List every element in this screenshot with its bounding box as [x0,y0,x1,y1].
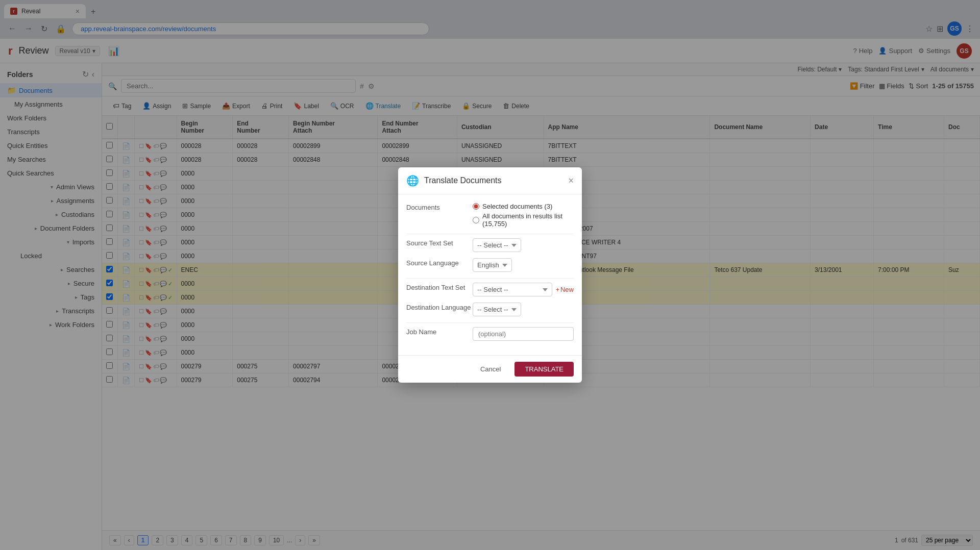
job-name-control [473,327,574,341]
selected-docs-option[interactable]: Selected documents (3) [473,203,574,210]
documents-label: Documents [406,203,473,211]
modal-footer: Cancel TRANSLATE [398,355,582,383]
job-name-row: Job Name [406,327,574,341]
cancel-button[interactable]: Cancel [472,362,509,377]
source-text-set-label: Source Text Set [406,238,473,247]
modal-close-btn[interactable]: × [568,176,574,186]
destination-text-set-control: -- Select -- + New [473,283,574,296]
source-language-label: Source Language [406,258,473,267]
all-docs-radio[interactable] [473,217,479,223]
documents-control: Selected documents (3) All documents in … [473,203,574,228]
destination-language-select[interactable]: -- Select -- [473,303,521,316]
selected-docs-radio[interactable] [473,203,479,210]
plus-icon: + [555,286,559,293]
job-name-input[interactable] [473,327,574,341]
destination-text-set-wrap: -- Select -- + New [473,283,574,296]
source-text-set-row: Source Text Set -- Select -- [406,238,574,252]
source-language-row: Source Language English [406,258,574,272]
modal-body: Documents Selected documents (3) All doc… [398,194,582,355]
modal-title: Translate Documents [424,176,501,185]
modal-divider-2 [406,278,574,279]
source-text-set-control: -- Select -- [473,238,574,252]
all-docs-label: All documents in results list (15,755) [482,212,574,228]
new-label: New [560,286,574,293]
destination-text-set-select[interactable]: -- Select -- [473,283,552,296]
modal-divider-3 [406,322,574,323]
selected-docs-label: Selected documents (3) [482,203,552,210]
destination-text-set-row: Destination Text Set -- Select -- + New [406,283,574,296]
modal-divider-1 [406,234,574,234]
documents-radio-group: Selected documents (3) All documents in … [473,203,574,228]
modal-overlay[interactable]: 🌐 Translate Documents × Documents Select… [0,0,980,550]
globe-icon: 🌐 [406,174,419,187]
source-language-control: English [473,258,574,272]
source-text-set-select[interactable]: -- Select -- [473,238,521,252]
destination-text-set-label: Destination Text Set [406,283,473,291]
documents-row: Documents Selected documents (3) All doc… [406,203,574,228]
translate-button[interactable]: TRANSLATE [514,362,574,377]
destination-language-row: Destination Language -- Select -- [406,303,574,316]
destination-language-control: -- Select -- [473,303,574,316]
new-destination-link[interactable]: + New [555,286,574,293]
modal-header: 🌐 Translate Documents × [398,167,582,194]
source-language-select[interactable]: English [473,258,512,272]
translate-documents-modal: 🌐 Translate Documents × Documents Select… [398,167,582,383]
all-docs-option[interactable]: All documents in results list (15,755) [473,212,574,228]
job-name-label: Job Name [406,327,473,336]
destination-language-label: Destination Language [406,303,473,311]
